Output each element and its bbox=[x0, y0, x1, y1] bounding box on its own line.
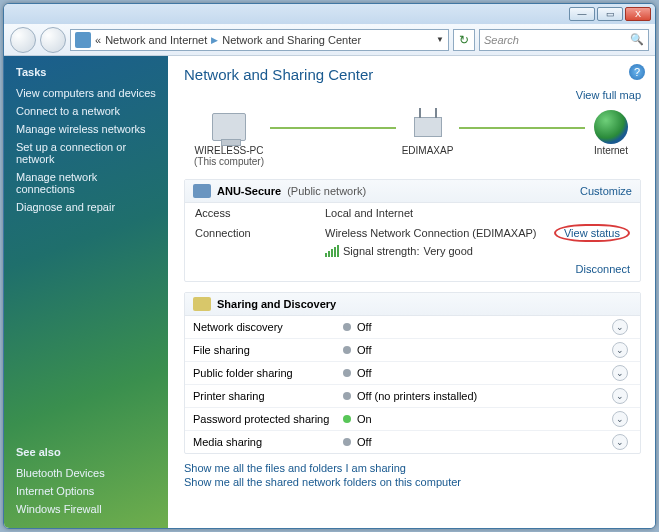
sharing-row-label: Network discovery bbox=[193, 321, 343, 333]
tasks-heading: Tasks bbox=[16, 66, 156, 78]
map-pc-name: WIRELESS-PC bbox=[195, 145, 264, 156]
sharing-row: Media sharingOff⌄ bbox=[185, 430, 640, 453]
map-pc-sub: (This computer) bbox=[194, 156, 264, 167]
access-point-icon bbox=[414, 117, 442, 137]
sidebar-item-setup-connection[interactable]: Set up a connection or network bbox=[16, 141, 156, 165]
close-button[interactable]: X bbox=[625, 7, 651, 21]
globe-icon bbox=[594, 110, 628, 144]
titlebar: — ▭ X bbox=[4, 4, 655, 24]
status-dot-icon bbox=[343, 346, 351, 354]
back-button[interactable] bbox=[10, 27, 36, 53]
help-icon[interactable]: ? bbox=[629, 64, 645, 80]
bottom-links: Show me all the files and folders I am s… bbox=[184, 462, 641, 488]
sidebar-item-connect[interactable]: Connect to a network bbox=[16, 105, 156, 117]
sharing-icon bbox=[193, 297, 211, 311]
connection-value: Wireless Network Connection (EDIMAXAP) bbox=[325, 227, 554, 239]
map-internet: Internet bbox=[594, 145, 628, 156]
sidebar-item-manage-connections[interactable]: Manage network connections bbox=[16, 171, 156, 195]
sharing-row: File sharingOff⌄ bbox=[185, 338, 640, 361]
content-pane: ? Network and Sharing Center View full m… bbox=[168, 56, 655, 528]
bottom-link-folders[interactable]: Show me all the shared network folders o… bbox=[184, 476, 641, 488]
forward-button[interactable] bbox=[40, 27, 66, 53]
sidebar-item-diagnose[interactable]: Diagnose and repair bbox=[16, 201, 156, 213]
status-dot-icon bbox=[343, 415, 351, 423]
network-type: (Public network) bbox=[287, 185, 366, 197]
map-ap-name: EDIMAXAP bbox=[402, 145, 454, 156]
access-value: Local and Internet bbox=[325, 207, 630, 219]
sharing-row-value: Off bbox=[357, 344, 612, 356]
refresh-button[interactable]: ↻ bbox=[453, 29, 475, 51]
sharing-row-label: File sharing bbox=[193, 344, 343, 356]
map-link-1 bbox=[270, 127, 396, 129]
sharing-heading: Sharing and Discovery bbox=[217, 298, 336, 310]
status-dot-icon bbox=[343, 392, 351, 400]
view-full-map-link[interactable]: View full map bbox=[184, 89, 641, 101]
network-icon bbox=[193, 184, 211, 198]
breadcrumb-seg2[interactable]: Network and Sharing Center bbox=[222, 34, 361, 46]
search-input[interactable]: Search 🔍 bbox=[479, 29, 649, 51]
status-dot-icon bbox=[343, 323, 351, 331]
expand-button[interactable]: ⌄ bbox=[612, 319, 628, 335]
sidebar: Tasks View computers and devices Connect… bbox=[4, 56, 168, 528]
search-icon[interactable]: 🔍 bbox=[630, 33, 644, 46]
connection-label: Connection bbox=[195, 227, 325, 239]
breadcrumb-seg1[interactable]: Network and Internet bbox=[105, 34, 207, 46]
sharing-row-value: On bbox=[357, 413, 612, 425]
view-status-link[interactable]: View status bbox=[554, 224, 630, 242]
network-map: WIRELESS-PC (This computer) EDIMAXAP Int… bbox=[184, 105, 641, 169]
sharing-row-value: Off bbox=[357, 436, 612, 448]
sharing-row: Printer sharingOff (no printers installe… bbox=[185, 384, 640, 407]
breadcrumb-sep-icon: ▶ bbox=[211, 35, 218, 45]
seealso-internet-options[interactable]: Internet Options bbox=[16, 485, 156, 497]
network-name: ANU-Secure bbox=[217, 185, 281, 197]
signal-bars-icon bbox=[325, 245, 339, 257]
map-link-2 bbox=[459, 127, 585, 129]
sharing-section: Sharing and Discovery Network discoveryO… bbox=[184, 292, 641, 454]
sharing-row: Network discoveryOff⌄ bbox=[185, 316, 640, 338]
minimize-button[interactable]: — bbox=[569, 7, 595, 21]
window-frame: — ▭ X « Network and Internet ▶ Network a… bbox=[3, 3, 656, 529]
nav-toolbar: « Network and Internet ▶ Network and Sha… bbox=[4, 24, 655, 56]
breadcrumb-prefix: « bbox=[95, 34, 101, 46]
address-bar[interactable]: « Network and Internet ▶ Network and Sha… bbox=[70, 29, 449, 51]
signal-label: Signal strength: bbox=[343, 245, 419, 257]
sharing-row-value: Off bbox=[357, 367, 612, 379]
computer-icon bbox=[212, 113, 246, 141]
sharing-row: Public folder sharingOff⌄ bbox=[185, 361, 640, 384]
disconnect-link[interactable]: Disconnect bbox=[576, 263, 630, 275]
page-title: Network and Sharing Center bbox=[184, 66, 641, 83]
search-placeholder: Search bbox=[484, 34, 519, 46]
sharing-row: Password protected sharingOn⌄ bbox=[185, 407, 640, 430]
control-panel-icon bbox=[75, 32, 91, 48]
sidebar-item-manage-wireless[interactable]: Manage wireless networks bbox=[16, 123, 156, 135]
network-section: ANU-Secure (Public network) Customize Ac… bbox=[184, 179, 641, 282]
signal-value: Very good bbox=[423, 245, 473, 257]
status-dot-icon bbox=[343, 438, 351, 446]
sharing-row-label: Printer sharing bbox=[193, 390, 343, 402]
seealso-firewall[interactable]: Windows Firewall bbox=[16, 503, 156, 515]
expand-button[interactable]: ⌄ bbox=[612, 342, 628, 358]
maximize-button[interactable]: ▭ bbox=[597, 7, 623, 21]
bottom-link-files[interactable]: Show me all the files and folders I am s… bbox=[184, 462, 641, 474]
expand-button[interactable]: ⌄ bbox=[612, 365, 628, 381]
expand-button[interactable]: ⌄ bbox=[612, 411, 628, 427]
seealso-bluetooth[interactable]: Bluetooth Devices bbox=[16, 467, 156, 479]
sharing-row-value: Off bbox=[357, 321, 612, 333]
sharing-row-value: Off (no printers installed) bbox=[357, 390, 612, 402]
sharing-row-label: Password protected sharing bbox=[193, 413, 343, 425]
address-dropdown-icon[interactable]: ▼ bbox=[436, 35, 444, 44]
seealso-heading: See also bbox=[16, 446, 156, 458]
status-dot-icon bbox=[343, 369, 351, 377]
access-label: Access bbox=[195, 207, 325, 219]
sharing-row-label: Public folder sharing bbox=[193, 367, 343, 379]
sidebar-item-view-computers[interactable]: View computers and devices bbox=[16, 87, 156, 99]
expand-button[interactable]: ⌄ bbox=[612, 434, 628, 450]
customize-link[interactable]: Customize bbox=[580, 185, 632, 197]
expand-button[interactable]: ⌄ bbox=[612, 388, 628, 404]
sharing-row-label: Media sharing bbox=[193, 436, 343, 448]
